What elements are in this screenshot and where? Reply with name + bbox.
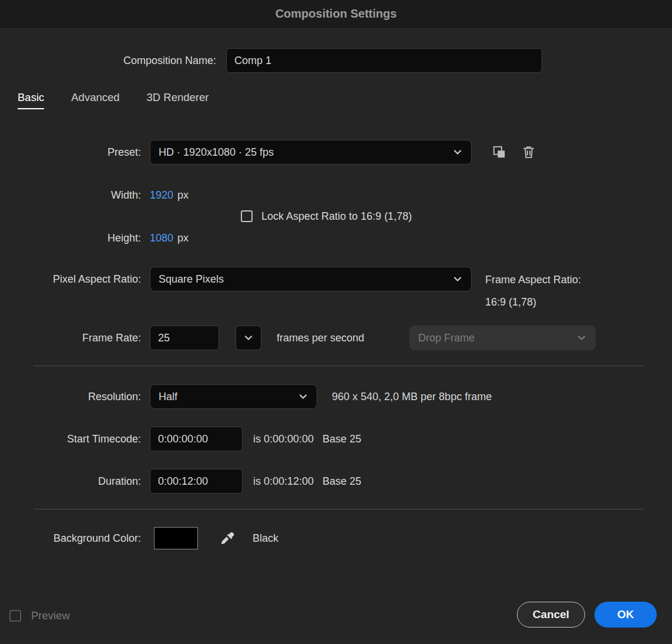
frame-rate-preset-button[interactable] <box>236 326 261 350</box>
start-timecode-base: Base 25 <box>322 433 361 445</box>
background-color-label: Background Color: <box>0 532 150 545</box>
lock-aspect-row: Lock Aspect Ratio to 16:9 (1,78) <box>241 209 412 224</box>
tab-advanced[interactable]: Advanced <box>71 91 119 109</box>
composition-name-label: Composition Name: <box>0 55 226 67</box>
pixel-aspect-row: Pixel Aspect Ratio: Square Pixels <box>0 267 472 291</box>
duration-label: Duration: <box>0 475 150 488</box>
tab-basic[interactable]: Basic <box>18 91 44 109</box>
frame-aspect-label: Frame Aspect Ratio: <box>485 269 581 291</box>
eyedropper-button[interactable] <box>219 531 235 546</box>
delete-preset-button[interactable] <box>521 145 536 160</box>
frame-rate-row: Frame Rate: frames per second <box>0 326 364 350</box>
frame-aspect-value: 16:9 (1,78) <box>485 291 581 313</box>
composition-name-row: Composition Name: <box>0 48 542 73</box>
cancel-button[interactable]: Cancel <box>517 602 585 628</box>
frame-rate-suffix: frames per second <box>277 332 364 344</box>
frame-aspect-block: Frame Aspect Ratio: 16:9 (1,78) <box>485 269 581 313</box>
resolution-value: Half <box>159 391 177 403</box>
width-row: Width: 1920 px <box>0 187 189 203</box>
save-preset-button[interactable] <box>492 145 507 160</box>
lock-aspect-label: Lock Aspect Ratio to 16:9 (1,78) <box>261 210 412 223</box>
frame-rate-label: Frame Rate: <box>0 332 150 344</box>
new-preset-icon <box>492 145 507 160</box>
preview-row: Preview <box>9 609 70 623</box>
resolution-info: 960 x 540, 2,0 MB per 8bpc frame <box>332 391 492 403</box>
dialog-title: Composition Settings <box>275 7 397 21</box>
width-unit: px <box>177 189 189 202</box>
trash-icon <box>521 145 536 160</box>
eyedropper-icon <box>219 531 235 546</box>
cancel-button-label: Cancel <box>533 608 569 621</box>
resolution-label: Resolution: <box>0 391 150 403</box>
chevron-down-icon <box>243 333 254 343</box>
start-timecode-row: Start Timecode: is 0:00:00:00 Base 25 <box>0 427 361 451</box>
width-value[interactable]: 1920 <box>150 189 173 202</box>
pixel-aspect-label: Pixel Aspect Ratio: <box>0 273 150 286</box>
preset-row: Preset: HD · 1920x1080 · 25 fps <box>0 140 536 165</box>
pixel-aspect-dropdown[interactable]: Square Pixels <box>150 267 472 291</box>
height-label: Height: <box>0 232 150 244</box>
resolution-row: Resolution: Half 960 x 540, 2,0 MB per 8… <box>0 384 492 409</box>
chevron-down-icon <box>452 147 463 157</box>
duration-input[interactable] <box>150 469 243 494</box>
duration-info: is 0:00:12:00 <box>253 475 314 488</box>
ok-button-label: OK <box>617 608 634 621</box>
chevron-down-icon <box>298 391 308 402</box>
divider <box>33 509 644 509</box>
chevron-down-icon <box>576 333 587 343</box>
preview-label: Preview <box>31 609 70 622</box>
chevron-down-icon <box>452 274 463 284</box>
background-color-name: Black <box>253 532 278 545</box>
frame-rate-input[interactable] <box>150 326 219 350</box>
start-timecode-info: is 0:00:00:00 <box>253 433 314 445</box>
tab-3d-renderer[interactable]: 3D Renderer <box>147 91 209 109</box>
preset-dropdown[interactable]: HD · 1920x1080 · 25 fps <box>150 140 472 165</box>
start-timecode-label: Start Timecode: <box>0 433 150 445</box>
composition-name-input[interactable] <box>226 48 542 73</box>
drop-frame-value: Drop Frame <box>418 332 475 344</box>
height-row: Height: 1080 px <box>0 230 189 246</box>
ok-button[interactable]: OK <box>594 602 657 628</box>
height-unit: px <box>177 232 189 244</box>
divider <box>33 365 644 366</box>
background-color-row: Background Color: Black <box>0 527 278 549</box>
width-label: Width: <box>0 189 150 202</box>
lock-aspect-checkbox[interactable] <box>241 210 253 222</box>
drop-frame-dropdown: Drop Frame <box>409 326 596 350</box>
dialog-titlebar[interactable]: Composition Settings <box>0 0 672 28</box>
composition-settings-dialog: Composition Settings Composition Name: B… <box>0 0 672 644</box>
pixel-aspect-value: Square Pixels <box>159 273 224 286</box>
preset-value: HD · 1920x1080 · 25 fps <box>159 146 274 159</box>
height-value[interactable]: 1080 <box>150 232 173 244</box>
background-color-swatch[interactable] <box>154 527 198 549</box>
tab-bar: Basic Advanced 3D Renderer <box>18 91 209 109</box>
preset-label: Preset: <box>0 146 150 159</box>
start-timecode-input[interactable] <box>150 427 243 451</box>
resolution-dropdown[interactable]: Half <box>150 384 317 409</box>
duration-row: Duration: is 0:00:12:00 Base 25 <box>0 469 361 494</box>
preview-checkbox[interactable] <box>9 610 21 622</box>
duration-base: Base 25 <box>322 475 361 488</box>
